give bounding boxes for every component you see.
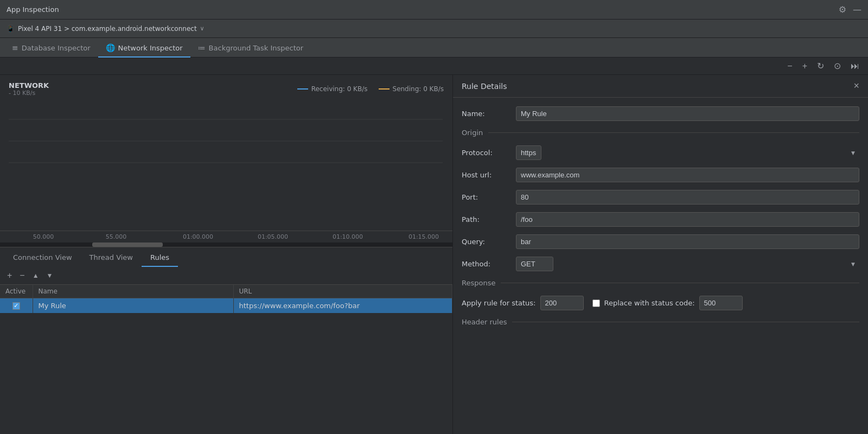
sending-line (379, 88, 390, 90)
query-field-row: Query: (462, 234, 859, 249)
reset-button[interactable]: ↻ (815, 60, 826, 72)
response-divider: Response (462, 279, 859, 287)
left-panel: NETWORK - 10 KB/s Receiving: 0 KB/s Send… (0, 75, 453, 434)
tick-5: 01:15.000 (409, 233, 439, 240)
receiving-line (297, 88, 308, 90)
query-label: Query: (462, 238, 516, 246)
zoom-in-button[interactable]: + (800, 60, 809, 72)
tick-2: 01:00.000 (183, 233, 213, 240)
tab-thread-view[interactable]: Thread View (81, 253, 142, 267)
response-row: Apply rule for status: Replace with stat… (462, 296, 859, 310)
device-bar: 📱 Pixel 4 API 31 > com.example.android.n… (0, 20, 868, 38)
tabs-bar: ≡ Database Inspector 🌐 Network Inspector… (0, 38, 868, 58)
title-bar: App Inspection ⚙ — (0, 0, 868, 20)
bottom-tabs: Connection View Thread View Rules (0, 247, 452, 266)
tab-rules[interactable]: Rules (142, 253, 178, 267)
name-input[interactable] (516, 106, 859, 121)
path-input[interactable] (516, 212, 859, 227)
move-down-button[interactable]: ▼ (44, 271, 56, 280)
port-field-row: Port: (462, 190, 859, 205)
info-button[interactable]: ⊙ (832, 60, 843, 72)
protocol-label: Protocol: (462, 149, 516, 157)
network-title: NETWORK (9, 81, 49, 90)
sending-legend: Sending: 0 KB/s (379, 85, 444, 93)
apply-rule-field: Apply rule for status: (462, 296, 584, 310)
protocol-select-wrapper: http https (516, 145, 859, 160)
apply-rule-input[interactable] (540, 296, 584, 310)
database-icon: ≡ (12, 43, 18, 52)
device-text: Pixel 4 API 31 > com.example.android.net… (18, 25, 197, 33)
right-panel: Rule Details × Name: Origin Protocol: ht… (453, 75, 868, 434)
rule-details-close-button[interactable]: × (853, 80, 859, 92)
table-row[interactable]: ✓ My Rule https://www.example.com/foo?ba… (0, 298, 452, 314)
header-rules-label: Header rules (462, 318, 507, 326)
device-label[interactable]: 📱 Pixel 4 API 31 > com.example.android.n… (7, 25, 205, 33)
network-legend: Receiving: 0 KB/s Sending: 0 KB/s (297, 85, 444, 93)
name-field-row: Name: (462, 106, 859, 121)
tab-database[interactable]: ≡ Database Inspector (4, 43, 98, 58)
protocol-field-row: Protocol: http https (462, 145, 859, 160)
main-layout: NETWORK - 10 KB/s Receiving: 0 KB/s Send… (0, 75, 868, 434)
tab-database-label: Database Inspector (22, 44, 91, 52)
host-url-label: Host url: (462, 171, 516, 179)
method-field-row: Method: GET POST PUT DELETE PATCH (462, 257, 859, 271)
tab-connection-label: Connection View (13, 253, 72, 261)
rules-table-element: Active Name URL ✓ My Rule https://www.ex (0, 285, 452, 313)
skip-button[interactable]: ⏭ (848, 60, 861, 72)
method-select-wrapper: GET POST PUT DELETE PATCH (516, 257, 859, 271)
tab-network[interactable]: 🌐 Network Inspector (98, 43, 190, 58)
protocol-select[interactable]: http https (516, 145, 541, 160)
rule-details-header: Rule Details × (453, 75, 868, 98)
tab-background[interactable]: ≔ Background Task Inspector (190, 43, 311, 58)
tick-1: 55.000 (106, 233, 127, 240)
network-graph: NETWORK - 10 KB/s Receiving: 0 KB/s Send… (0, 75, 452, 231)
tab-thread-label: Thread View (90, 253, 133, 261)
move-up-button[interactable]: ▲ (30, 271, 42, 280)
apply-rule-label: Apply rule for status: (462, 299, 536, 307)
graph-area (9, 98, 444, 186)
network-chart (9, 98, 443, 184)
tab-background-label: Background Task Inspector (209, 44, 304, 52)
replace-with-input[interactable] (699, 296, 743, 310)
rule-checkbox[interactable]: ✓ (12, 302, 20, 310)
add-rule-button[interactable]: + (4, 270, 15, 281)
sending-label: Sending: 0 KB/s (393, 85, 444, 93)
tab-connection-view[interactable]: Connection View (4, 253, 81, 267)
receiving-label: Receiving: 0 KB/s (311, 85, 368, 93)
path-field-row: Path: (462, 212, 859, 227)
scrollbar-thumb[interactable] (92, 242, 163, 247)
tick-3: 01:05.000 (258, 233, 288, 240)
background-icon: ≔ (198, 43, 206, 52)
cell-url: https://www.example.com/foo?bar (233, 298, 452, 314)
origin-label: Origin (462, 129, 483, 137)
settings-icon[interactable]: ⚙ (839, 4, 846, 15)
method-label: Method: (462, 260, 516, 268)
host-url-input[interactable] (516, 168, 859, 182)
zoom-out-button[interactable]: − (785, 60, 794, 72)
remove-rule-button[interactable]: − (17, 270, 27, 281)
title-bar-right: ⚙ — (839, 4, 861, 15)
method-select[interactable]: GET POST PUT DELETE PATCH (516, 257, 553, 271)
response-label: Response (462, 279, 495, 287)
cell-name: My Rule (33, 298, 233, 314)
rule-details-title: Rule Details (462, 82, 507, 91)
replace-with-checkbox[interactable] (592, 299, 600, 307)
rules-table: Active Name URL ✓ My Rule https://www.ex (0, 285, 452, 434)
tab-rules-label: Rules (150, 253, 169, 261)
header-rules-divider: Header rules (462, 318, 859, 326)
header-active: Active (0, 285, 33, 298)
timeline-ruler: 50.000 55.000 01:00.000 01:05.000 01:10.… (0, 231, 452, 247)
network-header: NETWORK - 10 KB/s Receiving: 0 KB/s Send… (9, 81, 444, 97)
table-body: ✓ My Rule https://www.example.com/foo?ba… (0, 298, 452, 314)
minimize-icon[interactable]: — (853, 4, 861, 15)
device-chevron: ∨ (200, 25, 205, 32)
port-label: Port: (462, 193, 516, 201)
header-name: Name (33, 285, 233, 298)
header-url: URL (233, 285, 452, 298)
timeline-scrollbar[interactable] (0, 242, 452, 247)
port-input[interactable] (516, 190, 859, 205)
receiving-legend: Receiving: 0 KB/s (297, 85, 368, 93)
device-icon: 📱 (7, 25, 15, 33)
query-input[interactable] (516, 234, 859, 249)
name-label: Name: (462, 110, 516, 118)
